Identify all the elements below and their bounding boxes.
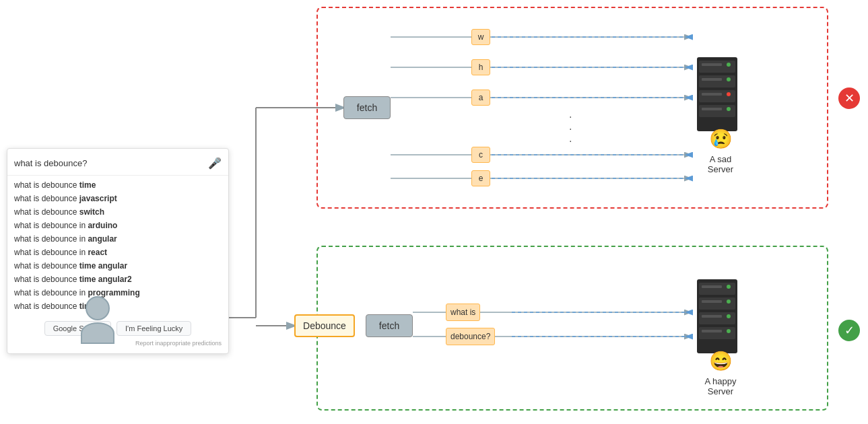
user-figure [81, 296, 114, 344]
search-box: what is debounce? 🎤 what is debounce tim… [7, 148, 229, 354]
suggestion-6[interactable]: what is debounce in react [7, 246, 228, 259]
search-input-row: what is debounce? 🎤 [7, 154, 228, 176]
suggestion-1[interactable]: what is debounce time [7, 178, 228, 192]
suggestion-8[interactable]: what is debounce time angular2 [7, 273, 228, 286]
svg-rect-38 [702, 315, 722, 318]
red-scenario-box [316, 7, 828, 209]
svg-rect-33 [699, 297, 735, 310]
fetch-box-top: fetch [343, 96, 391, 119]
happy-emoji: 😄 [709, 350, 733, 372]
suggestion-9[interactable]: what is debounce in programming [7, 286, 228, 299]
x-icon: ✕ [838, 87, 860, 109]
svg-point-28 [727, 77, 731, 81]
search-query: what is debounce? [14, 158, 208, 168]
user-body [81, 322, 114, 344]
word-debounce: debounce? [446, 328, 495, 345]
svg-rect-34 [699, 312, 735, 324]
suggestion-3[interactable]: what is debounce switch [7, 205, 228, 219]
happy-server-svg [694, 276, 747, 357]
user-head [86, 296, 110, 320]
svg-point-41 [727, 299, 731, 304]
word-what-is: what is [446, 304, 480, 321]
svg-rect-24 [702, 78, 722, 81]
report-text: Report inappropriate predictions [7, 339, 228, 348]
svg-point-43 [727, 329, 731, 333]
svg-rect-39 [702, 330, 722, 332]
letter-e: e [471, 170, 490, 186]
svg-rect-23 [702, 63, 722, 66]
suggestion-5[interactable]: what is debounce in angular [7, 232, 228, 246]
sad-server-container: 😢 A sadServer [694, 54, 747, 174]
letter-c: c [471, 147, 490, 163]
svg-rect-19 [699, 61, 735, 73]
debounce-box: Debounce [294, 314, 355, 337]
fetch-box-bottom: fetch [366, 314, 413, 337]
happy-server-label: A happyServer [705, 376, 737, 396]
svg-rect-36 [702, 285, 722, 288]
suggestion-2[interactable]: what is debounce javascript [7, 192, 228, 205]
sad-server-label: A sadServer [708, 154, 733, 174]
svg-rect-26 [702, 108, 722, 110]
feeling-lucky-button[interactable]: I'm Feeling Lucky [116, 321, 191, 336]
check-icon: ✓ [838, 320, 860, 341]
suggestion-4[interactable]: what is debounce in arduino [7, 219, 228, 232]
svg-point-42 [727, 314, 731, 318]
search-suggestions: what is debounce time what is debounce j… [7, 176, 228, 316]
suggestion-7[interactable]: what is debounce time angular [7, 259, 228, 273]
svg-rect-25 [702, 93, 722, 96]
letter-h: h [471, 59, 490, 75]
letter-a: a [471, 90, 490, 106]
search-buttons: Google Search I'm Feeling Lucky [7, 316, 228, 339]
svg-rect-22 [699, 105, 735, 117]
happy-server-container: 😄 A happyServer [694, 276, 747, 396]
svg-rect-20 [699, 75, 735, 87]
sad-emoji: 😢 [709, 128, 733, 150]
letter-w: w [471, 29, 490, 45]
svg-point-30 [727, 107, 731, 111]
svg-rect-37 [702, 300, 722, 303]
sad-server-svg [694, 54, 747, 135]
dots: ··· [569, 111, 573, 147]
svg-rect-35 [699, 327, 735, 339]
svg-point-40 [727, 285, 731, 289]
suggestion-10[interactable]: what is debounce timer [7, 299, 228, 313]
svg-point-27 [727, 63, 731, 67]
mic-icon[interactable]: 🎤 [208, 157, 222, 170]
svg-rect-32 [699, 283, 735, 295]
svg-point-29 [727, 92, 731, 96]
svg-rect-21 [699, 90, 735, 102]
